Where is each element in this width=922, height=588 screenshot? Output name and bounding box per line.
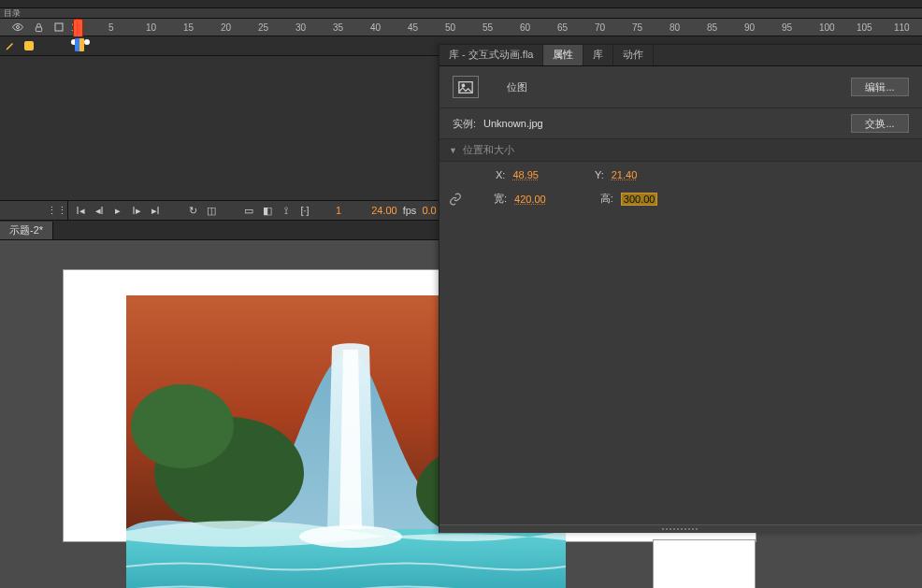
instance-name: Unknown.jpg: [483, 118, 543, 129]
instance-label: 实例:: [453, 117, 476, 131]
ruler-tick: 95: [782, 22, 819, 33]
lock-icon[interactable]: [32, 21, 45, 34]
brush-icon[interactable]: [4, 39, 17, 52]
ruler-tick: 85: [707, 22, 744, 33]
step-forward-icon[interactable]: I▸: [130, 204, 143, 217]
visibility-icon[interactable]: [11, 21, 24, 34]
tab-library[interactable]: 库: [583, 45, 613, 65]
ruler-tick: 80: [670, 22, 707, 33]
outline-icon[interactable]: [52, 21, 65, 34]
fps-unit: fps: [403, 205, 417, 216]
document-tab[interactable]: 示题-2*: [0, 222, 53, 239]
onion-skin-icon[interactable]: ◫: [205, 204, 218, 217]
ruler-tick: 105: [857, 22, 894, 33]
ruler-tick: 20: [221, 22, 258, 33]
ruler-tick: 60: [520, 22, 557, 33]
edit-button[interactable]: 编辑...: [851, 78, 909, 96]
link-dimensions-icon[interactable]: [449, 193, 462, 206]
elapsed-value[interactable]: 0.0: [422, 205, 436, 216]
svg-point-8: [299, 525, 402, 548]
fps-value[interactable]: 24.00: [371, 205, 397, 216]
ruler-tick: 45: [408, 22, 445, 33]
tab-actions[interactable]: 动作: [613, 45, 654, 65]
ruler-tick: 10: [146, 22, 183, 33]
layer-color-swatch: [24, 41, 34, 50]
x-label: X:: [496, 169, 505, 180]
ruler-tick: 70: [595, 22, 632, 33]
swap-button[interactable]: 交换...: [851, 114, 909, 133]
bracket-icon[interactable]: [·]: [298, 204, 311, 217]
ruler-tick: 25: [258, 22, 295, 33]
goto-first-icon[interactable]: I◂: [74, 204, 87, 217]
ruler-tick: 30: [295, 22, 333, 33]
svg-rect-2: [55, 23, 63, 31]
loop-icon[interactable]: ↻: [186, 204, 199, 217]
ruler-tick: 90: [744, 22, 782, 33]
current-frame[interactable]: 1: [336, 205, 341, 216]
bitmap-type-icon: [453, 76, 479, 98]
section-title-position-size[interactable]: 位置和大小: [463, 143, 514, 157]
properties-panel: 库 - 交互式动画.fla 属性 库 动作 位图 编辑... 实例: Unkno…: [439, 44, 922, 533]
play-icon[interactable]: ▸: [111, 204, 124, 217]
ruler-tick: 5: [108, 22, 146, 33]
keyframe-dot[interactable]: [84, 39, 90, 45]
ruler-tick: 35: [333, 22, 370, 33]
goto-last-icon[interactable]: ▸I: [149, 204, 162, 217]
width-value[interactable]: 420.00: [514, 194, 546, 205]
y-label: Y:: [595, 169, 604, 180]
svg-rect-1: [36, 27, 41, 32]
ruler-tick: 50: [445, 22, 483, 33]
center-frame-icon[interactable]: ▭: [242, 204, 255, 217]
tab-properties[interactable]: 属性: [543, 45, 583, 65]
svg-point-10: [462, 84, 465, 87]
timeline-header: 目录: [0, 8, 922, 18]
timeline-ruler[interactable]: 1510152025303540455055606570758085909510…: [0, 18, 922, 36]
svg-point-0: [17, 26, 20, 29]
tab-library-doc[interactable]: 库 - 交互式动画.fla: [439, 45, 543, 65]
frame-marker[interactable]: [79, 38, 84, 51]
timeline-menu-icon[interactable]: ⋮⋮: [50, 204, 64, 217]
step-back-icon[interactable]: ◂I: [93, 204, 106, 217]
height-label: 高:: [600, 192, 613, 206]
panel-drag-handle[interactable]: [439, 524, 922, 533]
ruler-tick: 55: [483, 22, 520, 33]
ruler-tick: 15: [183, 22, 221, 33]
ruler-tick: 110: [894, 22, 922, 33]
canvas-extra: [653, 539, 756, 588]
y-value[interactable]: 21.40: [612, 169, 638, 180]
marker-icon[interactable]: ⟟: [280, 204, 293, 217]
width-label: 宽:: [494, 192, 507, 206]
ruler-tick: 75: [632, 22, 670, 33]
svg-point-5: [131, 384, 234, 468]
ruler-tick: 65: [557, 22, 595, 33]
ruler-tick: 40: [370, 22, 408, 33]
ruler-tick: 100: [819, 22, 857, 33]
type-label: 位图: [507, 80, 527, 94]
disclosure-triangle-icon[interactable]: ▼: [449, 146, 457, 155]
edit-multi-icon[interactable]: ◧: [261, 204, 274, 217]
height-value[interactable]: 300.00: [621, 193, 658, 206]
x-value[interactable]: 48.95: [512, 169, 539, 180]
